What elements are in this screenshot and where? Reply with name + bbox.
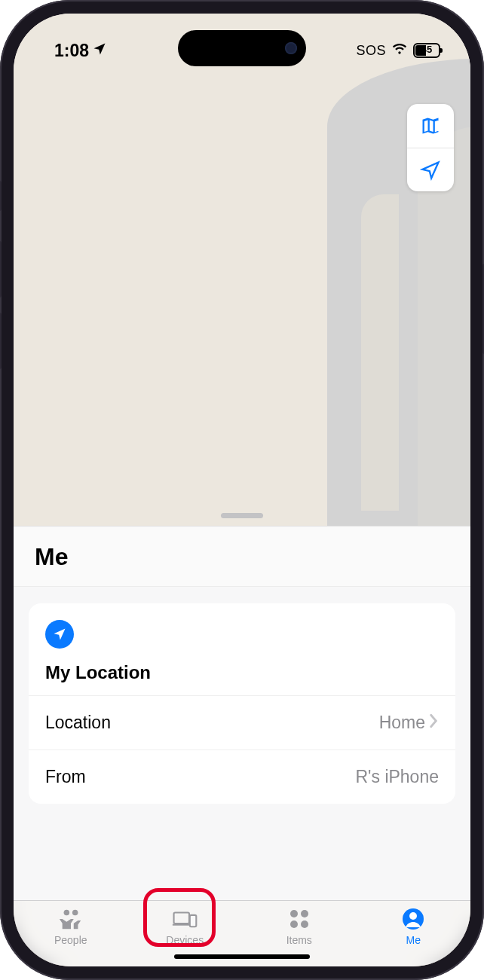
from-row-value: R's iPhone bbox=[355, 767, 439, 787]
sheet-body: My Location Location Home From bbox=[14, 587, 470, 900]
map-view[interactable] bbox=[14, 14, 470, 526]
svg-point-0 bbox=[63, 910, 69, 916]
tab-items[interactable]: Items bbox=[242, 905, 357, 946]
map-region bbox=[361, 194, 399, 511]
card-header: My Location bbox=[29, 603, 455, 695]
svg-point-6 bbox=[290, 920, 298, 928]
svg-rect-3 bbox=[190, 915, 196, 927]
tab-me[interactable]: Me bbox=[357, 905, 471, 946]
mute-switch bbox=[0, 181, 2, 211]
volume-down-button bbox=[0, 313, 2, 369]
sheet-header: Me bbox=[14, 527, 470, 587]
map-controls bbox=[407, 104, 454, 191]
items-icon bbox=[286, 905, 312, 933]
volume-up-button bbox=[0, 241, 2, 298]
location-row-label: Location bbox=[45, 713, 111, 733]
me-icon bbox=[400, 905, 426, 933]
sos-indicator: SOS bbox=[356, 43, 386, 59]
svg-point-9 bbox=[409, 912, 417, 920]
home-indicator[interactable] bbox=[174, 954, 310, 959]
tab-people[interactable]: People bbox=[14, 905, 128, 946]
location-row[interactable]: Location Home bbox=[29, 695, 455, 750]
map-mode-button[interactable] bbox=[407, 104, 454, 148]
tab-label: People bbox=[54, 934, 87, 946]
sheet-grabber[interactable] bbox=[221, 513, 263, 518]
svg-point-5 bbox=[301, 910, 308, 917]
svg-point-7 bbox=[301, 920, 308, 928]
recenter-button[interactable] bbox=[407, 148, 454, 191]
battery-icon: 45 bbox=[413, 43, 440, 58]
location-row-value: Home bbox=[379, 713, 425, 733]
tab-label: Items bbox=[286, 934, 312, 946]
svg-point-4 bbox=[290, 910, 298, 917]
location-arrow-icon bbox=[45, 620, 74, 649]
phone-frame: 1:08 SOS 45 bbox=[0, 0, 484, 980]
sheet-title: Me bbox=[35, 543, 449, 571]
status-time: 1:08 bbox=[54, 41, 89, 61]
tab-label: Me bbox=[406, 934, 421, 946]
wifi-icon bbox=[392, 41, 407, 60]
from-row-label: From bbox=[45, 767, 86, 787]
dynamic-island bbox=[178, 30, 306, 66]
my-location-card: My Location Location Home From bbox=[29, 603, 455, 804]
front-camera bbox=[285, 42, 297, 54]
tab-devices[interactable]: Devices bbox=[128, 905, 243, 946]
svg-rect-2 bbox=[174, 913, 189, 924]
screen: 1:08 SOS 45 bbox=[14, 14, 470, 966]
location-services-icon bbox=[92, 41, 107, 61]
tab-label: Devices bbox=[166, 934, 204, 946]
people-icon bbox=[58, 905, 84, 933]
bottom-sheet[interactable]: Me My Location Location Home bbox=[14, 526, 470, 900]
my-location-label: My Location bbox=[45, 662, 439, 683]
devices-icon bbox=[172, 905, 198, 933]
chevron-right-icon bbox=[428, 713, 439, 733]
svg-point-1 bbox=[72, 910, 78, 916]
from-row[interactable]: From R's iPhone bbox=[29, 750, 455, 804]
